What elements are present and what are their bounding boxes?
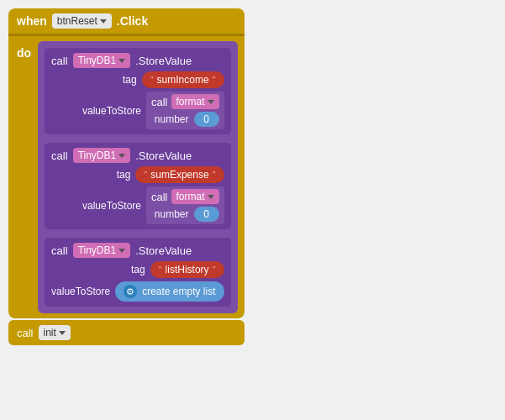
btn-reset-label: btnReset bbox=[57, 15, 97, 27]
tinydb-arrow-icon-2 bbox=[118, 249, 125, 253]
format-label-1: format bbox=[176, 191, 205, 202]
tag-param-label-0: tag bbox=[123, 74, 137, 86]
number-value-0[interactable]: 0 bbox=[194, 112, 219, 127]
number-label-1: number bbox=[155, 208, 189, 220]
open-quote-0: " bbox=[150, 75, 154, 85]
init-label: init bbox=[44, 327, 56, 339]
create-list-label: create empty list bbox=[142, 286, 215, 297]
do-block: do call TinyDB1 .StoreValue tag " su bbox=[8, 36, 245, 318]
store-block-2: call TinyDB1 .StoreValue tag " listHisto… bbox=[45, 238, 230, 307]
format-call-label-1: call bbox=[151, 191, 168, 203]
value-to-store-label-1: valueToStore bbox=[82, 200, 141, 212]
open-quote-2: " bbox=[159, 265, 162, 275]
number-row-0: number 0 bbox=[151, 112, 219, 127]
number-row-1: number 0 bbox=[151, 207, 219, 222]
when-block: when btnReset .Click bbox=[8, 8, 245, 36]
value-row-2: valueToStore ⚙ create empty list bbox=[51, 281, 224, 302]
create-empty-list-block[interactable]: ⚙ create empty list bbox=[115, 281, 224, 302]
init-dropdown[interactable]: init bbox=[39, 325, 71, 340]
tinydb-label-0: TinyDB1 bbox=[78, 55, 117, 66]
tag-value-text-2: listHistory bbox=[166, 264, 209, 276]
tinydb-label-2: TinyDB1 bbox=[78, 244, 117, 256]
store-block-0: call TinyDB1 .StoreValue tag " sumIncome… bbox=[45, 48, 230, 134]
format-arrow-icon-0 bbox=[208, 100, 214, 104]
tag-row-2: tag " listHistory " bbox=[51, 261, 224, 278]
event-label: .Click bbox=[117, 14, 148, 28]
format-row-0: call format bbox=[151, 94, 219, 109]
value-row-0: valueToStore call format number 0 bbox=[51, 92, 224, 129]
format-row-1: call format bbox=[151, 189, 219, 204]
open-quote-1: " bbox=[144, 170, 147, 180]
init-block: call init bbox=[8, 320, 245, 345]
number-value-1[interactable]: 0 bbox=[194, 207, 219, 222]
tinydb-label-1: TinyDB1 bbox=[78, 150, 117, 161]
call-row-0: call TinyDB1 .StoreValue bbox=[51, 53, 224, 68]
call-row-1: call TinyDB1 .StoreValue bbox=[51, 148, 224, 163]
store-value-label-0: .StoreValue bbox=[135, 55, 192, 67]
tag-param-label-1: tag bbox=[117, 169, 131, 181]
store-value-label-2: .StoreValue bbox=[135, 244, 192, 257]
do-label-col: do bbox=[8, 36, 38, 318]
value-row-1: valueToStore call format number 0 bbox=[51, 186, 224, 224]
format-label-0: format bbox=[176, 96, 205, 108]
tinydb-dropdown-2[interactable]: TinyDB1 bbox=[73, 243, 131, 258]
call-label-0: call bbox=[51, 55, 68, 67]
tag-value-pill-0[interactable]: " sumIncome " bbox=[142, 71, 224, 88]
main-block-container: when btnReset .Click do call TinyDB1 .St… bbox=[8, 8, 245, 345]
do-inner: call TinyDB1 .StoreValue tag " sumIncome… bbox=[38, 41, 237, 313]
value-to-store-label-2: valueToStore bbox=[51, 286, 110, 297]
dropdown-arrow-icon bbox=[100, 19, 107, 24]
tag-value-text-0: sumIncome bbox=[157, 74, 209, 86]
close-quote-0: " bbox=[213, 75, 216, 85]
value-to-store-label-0: valueToStore bbox=[82, 105, 141, 117]
close-quote-2: " bbox=[213, 265, 216, 275]
close-quote-1: " bbox=[213, 170, 216, 180]
tag-value-pill-1[interactable]: " sumExpense " bbox=[135, 166, 224, 183]
tinydb-dropdown-0[interactable]: TinyDB1 bbox=[73, 53, 131, 68]
call-row-2: call TinyDB1 .StoreValue bbox=[51, 243, 224, 258]
tinydb-arrow-icon-0 bbox=[118, 59, 125, 63]
format-block-0: call format number 0 bbox=[146, 92, 224, 129]
init-arrow-icon bbox=[59, 331, 66, 335]
store-block-1: call TinyDB1 .StoreValue tag " sumExpens… bbox=[45, 143, 230, 229]
tag-value-text-1: sumExpense bbox=[150, 169, 208, 181]
when-label: when bbox=[17, 14, 47, 28]
do-label: do bbox=[17, 46, 31, 60]
tag-row-1: tag " sumExpense " bbox=[51, 166, 224, 183]
tag-row-0: tag " sumIncome " bbox=[51, 71, 224, 88]
format-dropdown-0[interactable]: format bbox=[171, 94, 219, 109]
format-dropdown-1[interactable]: format bbox=[171, 189, 219, 204]
call-label-2: call bbox=[51, 244, 68, 257]
init-call-label: call bbox=[17, 327, 34, 339]
tag-param-label-2: tag bbox=[131, 264, 145, 276]
gear-icon: ⚙ bbox=[124, 285, 137, 298]
gear-symbol: ⚙ bbox=[126, 286, 134, 297]
format-arrow-icon-1 bbox=[208, 195, 214, 199]
format-call-label-0: call bbox=[151, 96, 168, 108]
store-value-label-1: .StoreValue bbox=[135, 150, 192, 162]
btn-reset-dropdown[interactable]: btnReset bbox=[52, 13, 112, 29]
tag-value-pill-2[interactable]: " listHistory " bbox=[150, 261, 224, 278]
tinydb-arrow-icon-1 bbox=[118, 154, 125, 158]
call-label-1: call bbox=[51, 150, 68, 162]
tinydb-dropdown-1[interactable]: TinyDB1 bbox=[73, 148, 131, 163]
number-label-0: number bbox=[155, 113, 189, 125]
format-block-1: call format number 0 bbox=[146, 186, 224, 224]
